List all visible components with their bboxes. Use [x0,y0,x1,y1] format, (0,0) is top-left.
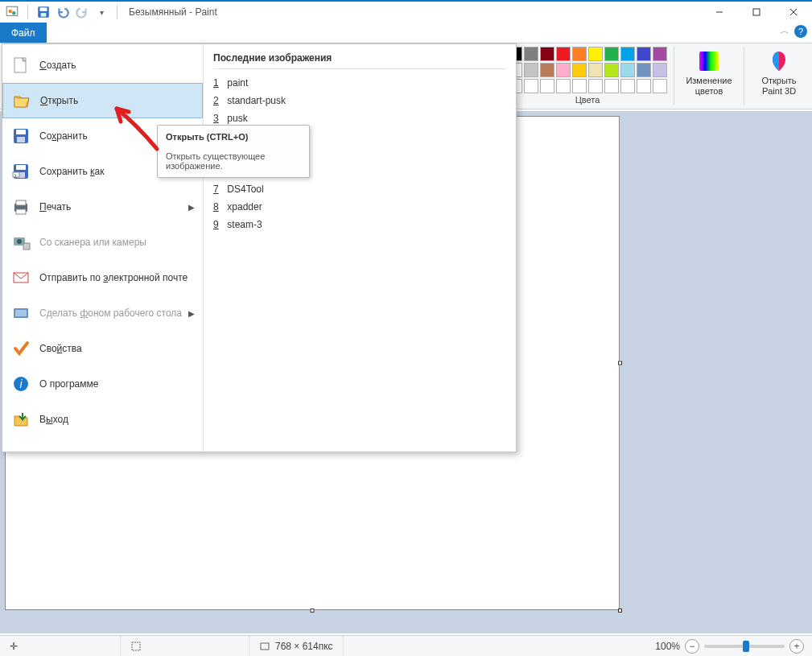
file-menu-item-icon: i [10,373,31,394]
resize-handle-right[interactable] [618,361,622,365]
file-menu-item-6[interactable]: Отправить по электронной почте [2,260,203,295]
color-swatch[interactable] [653,47,667,61]
recent-title: Последние изображения [213,52,506,64]
help-icon[interactable]: ? [794,25,807,38]
color-swatch[interactable] [653,63,667,77]
tooltip-title: Открыть (CTRL+O) [166,132,248,142]
svg-rect-27 [15,310,27,316]
file-menu-item-label: Создать [39,60,76,71]
file-menu-item-7: Сделать фоном рабочего стола▶ [2,295,203,331]
zoom-slider[interactable] [704,645,785,648]
svg-rect-24 [23,243,30,250]
open-paint3d-button[interactable]: Открыть Paint 3D [751,47,807,97]
color-swatch[interactable] [524,47,538,61]
submenu-arrow-icon: ▶ [188,203,195,212]
recent-item[interactable]: 1 paint [213,74,506,92]
svg-rect-21 [16,209,26,214]
recent-item-number: 9 [213,216,225,233]
svg-point-23 [17,239,22,244]
color-swatch[interactable] [604,47,619,61]
color-swatch[interactable] [588,63,603,77]
color-swatch[interactable] [556,47,571,61]
svg-rect-13 [16,130,26,134]
file-menu-item-9[interactable]: iО программе [2,366,203,402]
file-menu-item-1[interactable]: Открыть [2,83,203,118]
redo-icon[interactable] [75,5,89,19]
color-swatch[interactable] [637,47,651,61]
color-swatch[interactable] [556,63,571,77]
color-swatch[interactable] [588,79,603,93]
color-swatch[interactable] [572,63,587,77]
recent-item[interactable]: 7 DS4Tool [213,180,506,198]
ribbon-collapse-icon[interactable]: ︿ [780,24,789,38]
canvas-size-text: 768 × 614пкс [275,641,333,652]
zoom-in-button[interactable]: + [789,639,804,654]
quick-access-toolbar: ▾ [0,5,121,19]
color-swatch[interactable] [524,79,538,93]
close-button[interactable] [775,2,812,23]
cursor-position: ✛ [0,636,121,656]
file-menu-item-icon [11,90,32,111]
color-swatch[interactable] [572,47,587,61]
tooltip: Открыть (CTRL+O) Открыть существующее из… [157,125,310,178]
color-swatch[interactable] [572,79,587,93]
file-menu-item-icon [10,267,31,288]
file-menu-item-label: Выход [39,414,68,425]
file-menu-item-icon [10,196,31,217]
file-tab[interactable]: Файл [0,23,47,43]
color-swatch[interactable] [637,63,651,77]
edit-colors-button[interactable]: Изменение цветов [681,47,737,97]
color-swatch[interactable] [637,79,651,93]
recent-item[interactable]: 8 xpadder [213,198,506,216]
selection-icon [130,641,142,652]
zoom-slider-thumb[interactable] [743,641,749,652]
color-swatch[interactable] [588,47,603,61]
minimize-button[interactable] [701,2,738,23]
svg-rect-31 [261,643,269,650]
color-swatch[interactable] [620,63,635,77]
zoom-controls: 100% − + [655,639,812,654]
file-menu-item-label: Сохранить как [39,166,104,177]
submenu-arrow-icon: ▶ [188,309,195,318]
canvas-size: 768 × 614пкс [249,636,344,656]
maximize-button[interactable] [738,2,775,23]
file-menu-item-icon [10,232,31,253]
save-icon[interactable] [36,5,51,19]
file-menu-item-4[interactable]: Печать▶ [2,189,203,225]
color-swatch[interactable] [540,79,554,93]
color-swatch[interactable] [604,79,619,93]
edit-colors-icon [696,48,722,74]
color-swatch[interactable] [653,79,667,93]
colors-group: Цвета [508,47,667,105]
recent-item-number: 8 [213,198,225,216]
file-menu-item-label: О программе [39,378,98,390]
tooltip-body: Открыть существующее изображение. [166,151,265,171]
recent-item[interactable]: 9 steam-3 [213,216,506,233]
undo-icon[interactable] [56,5,70,19]
file-menu-item-8[interactable]: Свойства [2,331,203,366]
recent-item-number: 1 [213,74,225,92]
color-swatch[interactable] [620,47,635,61]
qat-dropdown-icon[interactable]: ▾ [94,5,109,19]
recent-item[interactable]: 2 standart-pusk [213,92,506,109]
color-swatch[interactable] [540,63,554,77]
svg-rect-30 [132,642,140,650]
color-swatch[interactable] [556,79,571,93]
svg-rect-20 [16,200,26,205]
color-swatch[interactable] [524,63,538,77]
zoom-out-button[interactable]: − [685,639,699,654]
resize-handle-corner[interactable] [618,609,622,613]
color-swatch[interactable] [620,79,635,93]
color-swatch[interactable] [540,47,554,61]
color-palette[interactable] [508,47,667,93]
window-title: Безымянный - Paint [129,6,217,18]
svg-rect-10 [699,52,719,71]
resize-handle-bottom[interactable] [311,609,315,613]
file-menu-item-label: Со сканера или камеры [39,237,146,248]
color-swatch[interactable] [604,63,619,77]
file-menu-item-label: Открыть [40,95,78,106]
file-menu-item-0[interactable]: Создать [2,47,203,83]
file-menu-item-10[interactable]: Выход [2,402,203,437]
recent-item-number: 7 [213,180,225,198]
file-menu-item-label: Свойства [39,343,82,354]
